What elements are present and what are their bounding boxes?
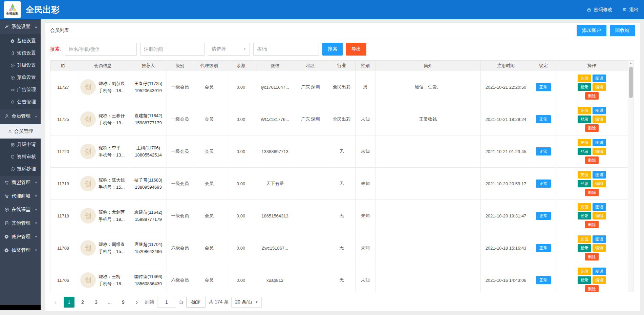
recharge-button[interactable]: 充值 <box>578 75 591 82</box>
gender-cell: 男 <box>356 71 375 103</box>
recharge-button[interactable]: 充值 <box>578 139 591 146</box>
member-management-submenu: 会员管理 升级申请 资料审核 投诉处理 <box>0 124 41 176</box>
sidebar-item-announcement-management[interactable]: 公告管理 <box>0 96 41 108</box>
lock-status-button[interactable]: 正常 <box>536 147 551 155</box>
delete-button[interactable]: 删除 <box>585 221 599 228</box>
page-button-9[interactable]: 9 <box>118 297 129 308</box>
sidebar-item-member-management[interactable]: 会员管理 <box>0 124 41 139</box>
sidebar-item-basic-settings[interactable]: 基础设置 <box>0 35 41 47</box>
delete-button[interactable]: 删除 <box>585 189 599 196</box>
goto-page-input[interactable] <box>157 297 176 308</box>
recharge-button[interactable]: 充值 <box>578 235 591 243</box>
lock-status-button[interactable]: 正常 <box>536 83 551 91</box>
page-size-select[interactable]: 20 条/页 ▼ <box>231 297 262 308</box>
sidebar-item-data-review[interactable]: 资料审核 <box>0 151 41 163</box>
recharge-button[interactable]: 充值 <box>578 203 591 211</box>
sidebar-group-online-classroom[interactable]: 在线课堂 ▼ <box>0 203 41 216</box>
lock-status-button[interactable]: 正常 <box>536 276 551 284</box>
login-button[interactable]: 登录 <box>578 115 591 123</box>
region-cell <box>293 232 328 264</box>
login-button[interactable]: 登录 <box>578 148 591 155</box>
sidebar-item-upgrade-application[interactable]: 升级申请 <box>0 139 41 151</box>
mobile-icon <box>10 51 15 56</box>
password-change-button[interactable]: 密码修改 <box>586 7 613 13</box>
edit-button[interactable]: 编辑 <box>593 276 606 284</box>
atlas-button[interactable]: 图谱 <box>593 75 606 82</box>
table-scrollbar[interactable]: ▲ <box>628 60 634 292</box>
export-button[interactable]: 导出 <box>346 43 366 56</box>
prev-page-button[interactable]: ‹ <box>50 297 61 308</box>
lock-status-button[interactable]: 正常 <box>536 180 551 188</box>
page-button-2[interactable]: 2 <box>77 297 88 308</box>
edit-button[interactable]: 编辑 <box>593 148 606 155</box>
recharge-button[interactable]: 充值 <box>578 171 591 178</box>
lock-status-button[interactable]: 正常 <box>536 212 551 220</box>
arrow-up-circle-icon <box>10 76 15 80</box>
atlas-button[interactable]: 图谱 <box>593 171 606 178</box>
login-button[interactable]: 登录 <box>578 244 591 252</box>
sidebar-group-label: 系统设置 <box>12 24 30 30</box>
delete-button[interactable]: 删除 <box>585 156 599 164</box>
delete-button[interactable]: 删除 <box>585 92 599 100</box>
lock-status-button[interactable]: 正常 <box>536 244 551 252</box>
delete-button[interactable]: 删除 <box>585 285 599 292</box>
login-button[interactable]: 登录 <box>578 83 591 91</box>
search-name-input[interactable] <box>65 43 137 56</box>
sidebar-item-sms-settings[interactable]: 短信设置 <box>0 47 41 59</box>
sidebar-group-system-settings[interactable]: 系统设置 ▲ <box>0 19 41 34</box>
col-header-agent-level: 代理级别 <box>193 61 225 71</box>
sidebar-group-other-management[interactable]: 其他管理 ▼ <box>0 216 41 230</box>
atlas-button[interactable]: 图谱 <box>593 235 606 243</box>
delete-button[interactable]: 删除 <box>585 124 599 132</box>
gear-icon <box>4 248 9 253</box>
member-id-cell: 11718 <box>50 200 76 232</box>
login-button[interactable]: 登录 <box>578 276 591 284</box>
sidebar-group-member-management[interactable]: 会员管理 ▲ <box>0 109 41 124</box>
search-register-time-input[interactable] <box>140 43 205 56</box>
sidebar-item-complaint-handling[interactable]: 投诉处理 <box>0 163 41 175</box>
sidebar-group-alliance-management[interactable]: 商盟管理 ▼ <box>0 176 41 189</box>
edit-button[interactable]: 编辑 <box>593 83 606 91</box>
search-select-dropdown[interactable]: 请选择 ▼ <box>208 43 250 56</box>
scrollbar-up-arrow-icon[interactable]: ▲ <box>629 61 632 66</box>
page-button-3[interactable]: 3 <box>91 297 102 308</box>
sidebar-item-menu-settings[interactable]: 菜单设置 <box>0 71 41 84</box>
login-button[interactable]: 登录 <box>578 212 591 219</box>
scrollbar-thumb[interactable] <box>629 67 633 98</box>
referrer-cell: 桔子哥(11683) 13809594693 <box>130 168 167 200</box>
sidebar-item-ad-management[interactable]: 广告管理 <box>0 84 41 96</box>
edit-button[interactable]: 编辑 <box>593 212 606 219</box>
lock-status-button[interactable]: 正常 <box>536 115 551 123</box>
next-page-button[interactable]: › <box>131 297 142 308</box>
atlas-button[interactable]: 图谱 <box>593 203 606 211</box>
sidebar-item-label: 菜单设置 <box>17 75 36 81</box>
login-button[interactable]: 登录 <box>578 180 591 187</box>
sidebar-group-agent-mall[interactable]: 代理商城 ▼ <box>0 189 41 203</box>
logout-button[interactable]: 退出 <box>622 7 639 13</box>
edit-button[interactable]: 编辑 <box>593 180 606 187</box>
recharge-button[interactable]: 充值 <box>578 268 591 275</box>
sidebar-group-lottery-management[interactable]: 抽奖管理 ▼ <box>0 244 41 257</box>
member-id-cell: 11706 <box>50 264 76 292</box>
sidebar-group-account-management[interactable]: 账户管理 ▼ <box>0 230 41 244</box>
cart-icon <box>4 180 9 185</box>
recharge-button[interactable]: 充值 <box>578 107 591 114</box>
sidebar-item-label: 基础设置 <box>17 38 36 44</box>
sidebar-item-upgrade-settings[interactable]: 升级设置 <box>0 59 41 71</box>
atlas-button[interactable]: 图谱 <box>593 139 606 146</box>
page-button-1[interactable]: 1 <box>64 297 74 308</box>
member-avatar: 创 <box>80 79 96 95</box>
edit-button[interactable]: 编辑 <box>593 115 606 123</box>
confirm-page-button[interactable]: 确定 <box>186 297 206 308</box>
add-account-button[interactable]: 添加账户 <box>577 25 606 36</box>
recycle-bin-button[interactable]: 回收站 <box>610 25 635 36</box>
atlas-button[interactable]: 图谱 <box>593 268 606 275</box>
sidebar-bottom-strip <box>0 305 41 310</box>
search-button[interactable]: 搜索 <box>322 43 343 56</box>
level-cell: 六级会员 <box>167 232 193 264</box>
edit-button[interactable]: 编辑 <box>593 244 606 252</box>
atlas-button[interactable]: 图谱 <box>593 107 606 114</box>
delete-button[interactable]: 删除 <box>585 253 599 260</box>
gear-icon <box>10 39 15 43</box>
search-region-input[interactable] <box>253 43 319 56</box>
